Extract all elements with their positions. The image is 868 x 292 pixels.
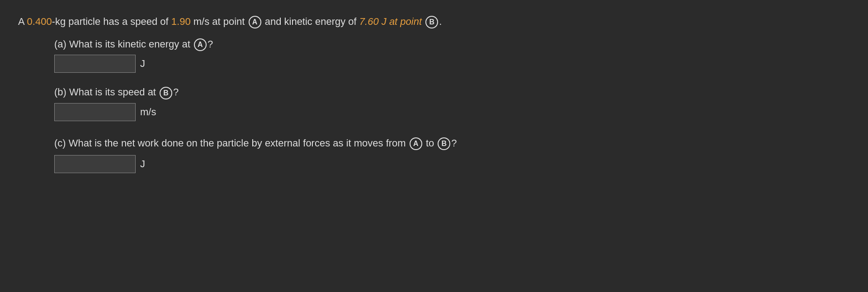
speed-value: 1.90	[171, 16, 191, 27]
part-b-suffix: ?	[173, 86, 179, 98]
point-b-circle-header: B	[425, 16, 438, 28]
part-c-point-b-circle: B	[438, 137, 450, 150]
part-a-unit: J	[140, 58, 145, 70]
part-b-label: (b) What is its speed at B?	[54, 86, 850, 99]
part-a-point-circle: A	[194, 38, 207, 51]
part-b-point-circle: B	[160, 87, 172, 99]
text3: and kinetic energy of	[262, 16, 359, 27]
intro-text: A	[18, 16, 27, 27]
part-a-label: (a) What is its kinetic energy at A?	[54, 38, 850, 51]
mass-value: 0.400	[27, 16, 52, 27]
part-c: (c) What is the net work done on the par…	[54, 135, 850, 173]
text5: .	[439, 16, 442, 27]
part-c-middle: to	[423, 137, 437, 149]
part-c-suffix: ?	[451, 137, 457, 149]
part-b: (b) What is its speed at B? m/s	[54, 86, 850, 121]
part-c-point-a-circle: A	[410, 137, 422, 150]
point-a-circle-header: A	[249, 16, 261, 28]
part-c-text: (c) What is the net work done on the par…	[54, 137, 409, 149]
part-b-answer-row: m/s	[54, 103, 850, 121]
problem-statement: A 0.400-kg particle has a speed of 1.90 …	[18, 14, 850, 29]
part-b-input[interactable]	[54, 103, 136, 121]
part-a-input[interactable]	[54, 55, 136, 73]
part-a-suffix: ?	[208, 38, 213, 50]
part-c-input[interactable]	[54, 155, 136, 173]
text4: J at point	[379, 16, 425, 27]
energy-value: 7.60	[359, 16, 379, 27]
part-c-unit: J	[140, 158, 145, 170]
part-a: (a) What is its kinetic energy at A? J	[54, 38, 850, 73]
part-a-answer-row: J	[54, 55, 850, 73]
text2: m/s at point	[191, 16, 248, 27]
text1: -kg particle has a speed of	[52, 16, 171, 27]
part-c-label: (c) What is the net work done on the par…	[54, 135, 850, 151]
part-c-answer-row: J	[54, 155, 850, 173]
part-b-text: (b) What is its speed at	[54, 86, 159, 98]
part-b-unit: m/s	[140, 106, 156, 118]
part-a-text: (a) What is its kinetic energy at	[54, 38, 193, 50]
